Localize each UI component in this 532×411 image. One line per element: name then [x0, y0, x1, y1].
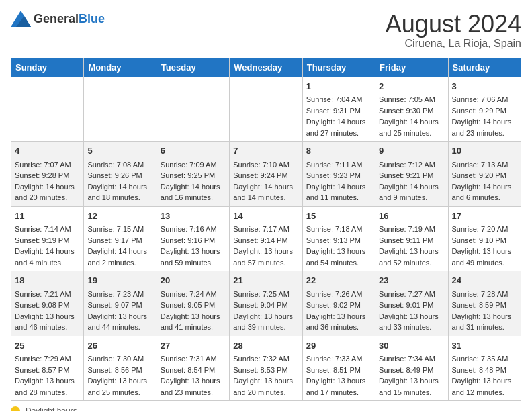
calendar-cell: 11Sunrise: 7:14 AM Sunset: 9:19 PM Dayli…	[11, 206, 84, 271]
day-number: 12	[87, 210, 152, 223]
day-number: 3	[452, 80, 517, 93]
day-number: 11	[15, 210, 80, 223]
dow-header-friday: Friday	[375, 58, 448, 77]
page-header: GeneralBlue August 2024 Ciruena, La Rioj…	[11, 11, 521, 50]
day-detail: Sunrise: 7:07 AM Sunset: 9:28 PM Dayligh…	[15, 161, 75, 202]
day-number: 8	[306, 144, 371, 158]
calendar-week-0: 1Sunrise: 7:04 AM Sunset: 9:31 PM Daylig…	[11, 77, 521, 142]
day-number: 28	[233, 339, 298, 353]
day-number: 6	[161, 144, 226, 158]
calendar-cell: 13Sunrise: 7:16 AM Sunset: 9:16 PM Dayli…	[157, 206, 229, 271]
calendar-table: SundayMondayTuesdayWednesdayThursdayFrid…	[11, 58, 521, 402]
day-detail: Sunrise: 7:21 AM Sunset: 9:08 PM Dayligh…	[15, 290, 75, 332]
day-number: 17	[452, 210, 517, 223]
calendar-cell: 2Sunrise: 7:05 AM Sunset: 9:30 PM Daylig…	[375, 77, 448, 142]
calendar-week-2: 11Sunrise: 7:14 AM Sunset: 9:19 PM Dayli…	[11, 206, 521, 271]
day-number: 2	[379, 80, 444, 93]
calendar-cell: 31Sunrise: 7:35 AM Sunset: 8:48 PM Dayli…	[448, 336, 521, 401]
day-number: 26	[87, 339, 152, 353]
day-detail: Sunrise: 7:32 AM Sunset: 8:53 PM Dayligh…	[233, 355, 293, 396]
calendar-cell: 24Sunrise: 7:28 AM Sunset: 8:59 PM Dayli…	[448, 271, 521, 336]
day-detail: Sunrise: 7:14 AM Sunset: 9:19 PM Dayligh…	[15, 225, 75, 267]
calendar-cell: 3Sunrise: 7:06 AM Sunset: 9:29 PM Daylig…	[448, 77, 521, 142]
day-number: 27	[161, 339, 226, 353]
day-detail: Sunrise: 7:08 AM Sunset: 9:26 PM Dayligh…	[87, 161, 147, 202]
day-number: 18	[15, 274, 80, 287]
calendar-cell: 22Sunrise: 7:26 AM Sunset: 9:02 PM Dayli…	[302, 271, 375, 336]
day-detail: Sunrise: 7:31 AM Sunset: 8:54 PM Dayligh…	[161, 355, 220, 396]
calendar-cell: 19Sunrise: 7:23 AM Sunset: 9:07 PM Dayli…	[84, 271, 157, 336]
day-number: 14	[233, 210, 298, 223]
calendar-cell: 14Sunrise: 7:17 AM Sunset: 9:14 PM Dayli…	[230, 206, 302, 271]
logo-icon	[11, 11, 31, 27]
day-detail: Sunrise: 7:04 AM Sunset: 9:31 PM Dayligh…	[306, 95, 366, 137]
calendar-cell: 21Sunrise: 7:25 AM Sunset: 9:04 PM Dayli…	[230, 271, 302, 336]
calendar-week-4: 25Sunrise: 7:29 AM Sunset: 8:57 PM Dayli…	[11, 336, 521, 401]
calendar-cell: 7Sunrise: 7:10 AM Sunset: 9:24 PM Daylig…	[230, 142, 302, 207]
day-number: 22	[306, 274, 371, 287]
day-detail: Sunrise: 7:24 AM Sunset: 9:05 PM Dayligh…	[161, 290, 220, 332]
dow-header-sunday: Sunday	[11, 58, 84, 77]
calendar-cell: 6Sunrise: 7:09 AM Sunset: 9:25 PM Daylig…	[157, 142, 229, 207]
day-number: 9	[379, 144, 444, 158]
day-detail: Sunrise: 7:11 AM Sunset: 9:23 PM Dayligh…	[306, 161, 366, 202]
calendar-cell	[230, 77, 302, 142]
dow-header-thursday: Thursday	[302, 58, 375, 77]
day-detail: Sunrise: 7:10 AM Sunset: 9:24 PM Dayligh…	[233, 161, 293, 202]
day-detail: Sunrise: 7:12 AM Sunset: 9:21 PM Dayligh…	[379, 161, 439, 202]
calendar-title: August 2024	[386, 11, 521, 38]
day-number: 15	[306, 210, 371, 223]
calendar-cell: 17Sunrise: 7:20 AM Sunset: 9:10 PM Dayli…	[448, 206, 521, 271]
days-of-week-row: SundayMondayTuesdayWednesdayThursdayFrid…	[11, 58, 521, 77]
day-detail: Sunrise: 7:30 AM Sunset: 8:56 PM Dayligh…	[87, 355, 147, 396]
daylight-label: Daylight hours	[26, 406, 77, 411]
title-block: August 2024 Ciruena, La Rioja, Spain	[386, 11, 521, 50]
day-number: 13	[161, 210, 226, 223]
calendar-cell: 28Sunrise: 7:32 AM Sunset: 8:53 PM Dayli…	[230, 336, 302, 401]
calendar-cell: 1Sunrise: 7:04 AM Sunset: 9:31 PM Daylig…	[302, 77, 375, 142]
calendar-cell: 27Sunrise: 7:31 AM Sunset: 8:54 PM Dayli…	[157, 336, 229, 401]
logo-blue: Blue	[79, 12, 105, 26]
day-detail: Sunrise: 7:29 AM Sunset: 8:57 PM Dayligh…	[15, 355, 75, 396]
day-number: 29	[306, 339, 371, 353]
calendar-cell: 4Sunrise: 7:07 AM Sunset: 9:28 PM Daylig…	[11, 142, 84, 207]
calendar-week-1: 4Sunrise: 7:07 AM Sunset: 9:28 PM Daylig…	[11, 142, 521, 207]
day-detail: Sunrise: 7:35 AM Sunset: 8:48 PM Dayligh…	[452, 355, 512, 396]
day-detail: Sunrise: 7:26 AM Sunset: 9:02 PM Dayligh…	[306, 290, 366, 332]
calendar-cell: 30Sunrise: 7:34 AM Sunset: 8:49 PM Dayli…	[375, 336, 448, 401]
day-detail: Sunrise: 7:28 AM Sunset: 8:59 PM Dayligh…	[452, 290, 512, 332]
calendar-week-3: 18Sunrise: 7:21 AM Sunset: 9:08 PM Dayli…	[11, 271, 521, 336]
calendar-cell: 10Sunrise: 7:13 AM Sunset: 9:20 PM Dayli…	[448, 142, 521, 207]
day-detail: Sunrise: 7:15 AM Sunset: 9:17 PM Dayligh…	[87, 225, 147, 267]
day-number: 21	[233, 274, 298, 287]
day-number: 30	[379, 339, 444, 353]
day-detail: Sunrise: 7:18 AM Sunset: 9:13 PM Dayligh…	[306, 225, 366, 267]
calendar-cell	[84, 77, 157, 142]
day-detail: Sunrise: 7:16 AM Sunset: 9:16 PM Dayligh…	[161, 225, 220, 267]
day-number: 5	[87, 144, 152, 158]
dow-header-monday: Monday	[84, 58, 157, 77]
calendar-cell: 9Sunrise: 7:12 AM Sunset: 9:21 PM Daylig…	[375, 142, 448, 207]
calendar-cell	[157, 77, 229, 142]
day-detail: Sunrise: 7:09 AM Sunset: 9:25 PM Dayligh…	[161, 161, 220, 202]
day-number: 10	[452, 144, 517, 158]
calendar-cell: 25Sunrise: 7:29 AM Sunset: 8:57 PM Dayli…	[11, 336, 84, 401]
day-detail: Sunrise: 7:25 AM Sunset: 9:04 PM Dayligh…	[233, 290, 293, 332]
logo: GeneralBlue	[11, 11, 105, 27]
dow-header-tuesday: Tuesday	[157, 58, 229, 77]
calendar-body: 1Sunrise: 7:04 AM Sunset: 9:31 PM Daylig…	[11, 77, 521, 401]
day-detail: Sunrise: 7:33 AM Sunset: 8:51 PM Dayligh…	[306, 355, 366, 396]
calendar-cell: 8Sunrise: 7:11 AM Sunset: 9:23 PM Daylig…	[302, 142, 375, 207]
calendar-cell: 23Sunrise: 7:27 AM Sunset: 9:01 PM Dayli…	[375, 271, 448, 336]
day-number: 1	[306, 80, 371, 93]
day-number: 24	[452, 274, 517, 287]
day-number: 19	[87, 274, 152, 287]
calendar-cell: 18Sunrise: 7:21 AM Sunset: 9:08 PM Dayli…	[11, 271, 84, 336]
calendar-cell	[11, 77, 84, 142]
calendar-subtitle: Ciruena, La Rioja, Spain	[386, 38, 521, 50]
calendar-cell: 29Sunrise: 7:33 AM Sunset: 8:51 PM Dayli…	[302, 336, 375, 401]
day-detail: Sunrise: 7:20 AM Sunset: 9:10 PM Dayligh…	[452, 225, 512, 267]
day-detail: Sunrise: 7:27 AM Sunset: 9:01 PM Dayligh…	[379, 290, 439, 332]
day-number: 4	[15, 144, 80, 158]
dow-header-saturday: Saturday	[448, 58, 521, 77]
